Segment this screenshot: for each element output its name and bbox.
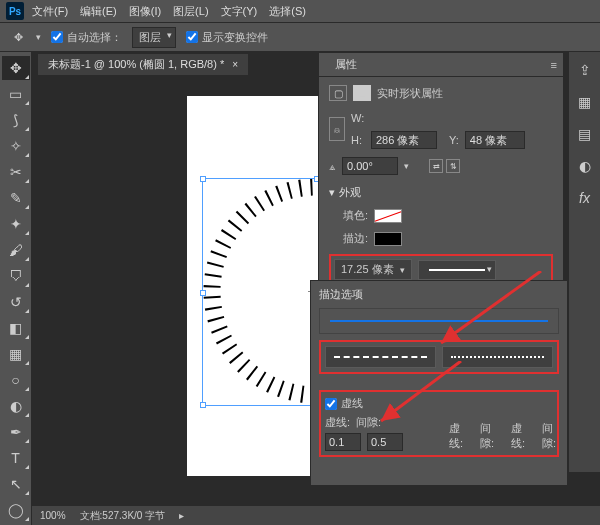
link-wh-icon[interactable]: ⍝ [329, 117, 345, 141]
adjustments-panel-icon[interactable]: ◐ [575, 156, 595, 176]
panel-title: 实时形状属性 [377, 86, 443, 101]
chevron-down-icon[interactable]: ▾ [36, 32, 41, 42]
solid-line-icon [429, 269, 485, 271]
status-bar: 100% 文档:527.3K/0 字节 ▸ [32, 505, 600, 525]
move-tool-icon: ✥ [10, 29, 26, 45]
auto-select-label: 自动选择： [67, 30, 122, 45]
chevron-right-icon[interactable]: ▸ [179, 510, 184, 521]
dashed-checkbox[interactable]: 虚线 [325, 396, 553, 411]
menu-image[interactable]: 图像(I) [125, 2, 165, 21]
appearance-section-label: 外观 [339, 185, 361, 200]
fill-swatch[interactable] [374, 209, 402, 223]
tools-panel: ✥ ▭ ⟆ ✧ ✂ ✎ ✦ 🖌 ⛉ ↺ ◧ ▦ ○ ◐ ✒ T ↖ ◯ [0, 52, 32, 525]
crop-tool[interactable]: ✂ [2, 160, 30, 184]
dodge-tool[interactable]: ◐ [2, 394, 30, 418]
show-transform-checkbox[interactable]: 显示变换控件 [186, 30, 268, 45]
collapse-icon[interactable]: ▾ [329, 186, 335, 199]
stroke-swatch[interactable] [374, 232, 402, 246]
dash1-label: 虚线: [325, 415, 350, 430]
gap2-label: 间隙: [480, 421, 505, 451]
magic-wand-tool[interactable]: ✧ [2, 134, 30, 158]
menu-select[interactable]: 选择(S) [265, 2, 310, 21]
extra-dash-labels: 虚线: 间隙: 虚线: 间隙: [449, 421, 567, 451]
flip-vertical-icon[interactable]: ⇅ [446, 159, 460, 173]
angle-icon: ⟁ [329, 160, 336, 172]
blur-tool[interactable]: ○ [2, 368, 30, 392]
eraser-tool[interactable]: ◧ [2, 316, 30, 340]
menu-type[interactable]: 文字(Y) [217, 2, 262, 21]
dash1-input[interactable] [325, 433, 361, 451]
eyedropper-tool[interactable]: ✎ [2, 186, 30, 210]
doc-info: 文档:527.3K/0 字节 [80, 509, 166, 523]
pen-tool[interactable]: ✒ [2, 420, 30, 444]
menu-file[interactable]: 文件(F) [28, 2, 72, 21]
options-bar: ✥ ▾ 自动选择： 图层 显示变换控件 [0, 22, 600, 52]
auto-select-target-dropdown[interactable]: 图层 [132, 27, 176, 48]
close-tab-icon[interactable]: × [232, 59, 238, 70]
dash2-label: 虚线: [449, 421, 474, 451]
healing-tool[interactable]: ✦ [2, 212, 30, 236]
y-input[interactable] [465, 131, 525, 149]
dash-preset-2[interactable] [442, 346, 553, 368]
panel-menu-icon[interactable]: ≡ [551, 59, 563, 71]
mask-icon: ■ [353, 85, 371, 101]
popup-title: 描边选项 [319, 287, 559, 302]
right-panel-strip: ⇪ ▦ ▤ ◐ fx [568, 52, 600, 472]
gap1-label: 间隙: [356, 415, 381, 430]
chevron-down-icon[interactable]: ▾ [400, 265, 405, 275]
properties-tab[interactable]: 属性 [325, 53, 367, 76]
swatches-panel-icon[interactable]: ▤ [575, 124, 595, 144]
menu-edit[interactable]: 编辑(E) [76, 2, 121, 21]
stamp-tool[interactable]: ⛉ [2, 264, 30, 288]
zoom-level[interactable]: 100% [40, 510, 66, 521]
dashed-checkbox-label: 虚线 [341, 396, 363, 411]
dropdown-icon[interactable]: ▾ [404, 161, 409, 171]
styles-panel-icon[interactable]: fx [575, 188, 595, 208]
show-transform-label: 显示变换控件 [202, 30, 268, 45]
stroke-width-input[interactable]: 17.25 像素 ▾ [334, 259, 412, 280]
stroke-preview-solid[interactable] [319, 308, 559, 334]
dash3-label: 虚线: [511, 421, 536, 451]
stroke-style-dropdown[interactable] [418, 260, 496, 280]
gap1-input[interactable] [367, 433, 403, 451]
menu-layer[interactable]: 图层(L) [169, 2, 212, 21]
move-tool[interactable]: ✥ [2, 56, 30, 80]
shape-type-icon: ▢ [329, 85, 347, 101]
share-icon[interactable]: ⇪ [575, 60, 595, 80]
type-tool[interactable]: T [2, 446, 30, 470]
color-panel-icon[interactable]: ▦ [575, 92, 595, 112]
brush-tool[interactable]: 🖌 [2, 238, 30, 262]
stroke-label: 描边: [343, 231, 368, 246]
angle-input[interactable] [342, 157, 398, 175]
lasso-tool[interactable]: ⟆ [2, 108, 30, 132]
gradient-tool[interactable]: ▦ [2, 342, 30, 366]
shape-tool[interactable]: ◯ [2, 498, 30, 522]
show-transform-input[interactable] [186, 31, 198, 43]
flip-horizontal-icon[interactable]: ⇄ [429, 159, 443, 173]
path-select-tool[interactable]: ↖ [2, 472, 30, 496]
width-label: W: [351, 112, 365, 124]
dash-presets-highlight [319, 340, 559, 374]
auto-select-checkbox[interactable]: 自动选择： [51, 30, 122, 45]
dashed-checkbox-input[interactable] [325, 398, 337, 410]
document-tab[interactable]: 未标题-1 @ 100% (椭圆 1, RGB/8) * × [38, 54, 248, 75]
gap3-label: 间隙: [542, 421, 567, 451]
auto-select-target-value: 图层 [139, 31, 161, 43]
marquee-tool[interactable]: ▭ [2, 82, 30, 106]
height-input[interactable] [371, 131, 437, 149]
height-label: H: [351, 134, 365, 146]
document-tab-title: 未标题-1 @ 100% (椭圆 1, RGB/8) * [48, 57, 224, 72]
menu-bar: Ps 文件(F) 编辑(E) 图像(I) 图层(L) 文字(Y) 选择(S) [0, 0, 600, 22]
stroke-options-popup: 描边选项 虚线 虚线: 间隙: 虚线: 间隙: 虚线: 间隙: [310, 280, 568, 486]
app-logo-icon: Ps [6, 2, 24, 20]
dash-preset-1[interactable] [325, 346, 436, 368]
stroke-width-value: 17.25 像素 [341, 262, 394, 277]
properties-panel: 属性 ≡ ▢ ■ 实时形状属性 ⍝ W: H: Y: [318, 52, 564, 294]
history-brush-tool[interactable]: ↺ [2, 290, 30, 314]
y-label: Y: [449, 134, 459, 146]
fill-label: 填色: [343, 208, 368, 223]
auto-select-input[interactable] [51, 31, 63, 43]
